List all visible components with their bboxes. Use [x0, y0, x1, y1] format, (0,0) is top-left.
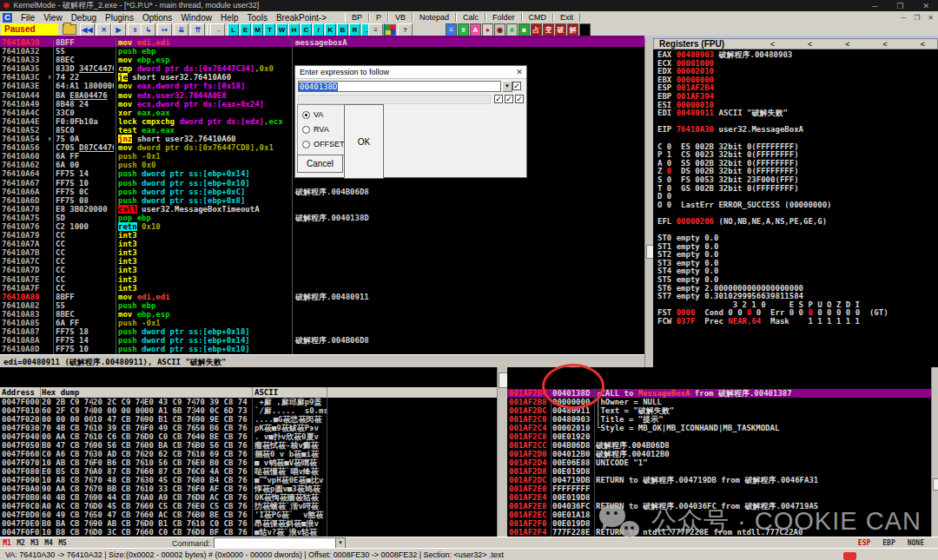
- menu-item-window[interactable]: Window: [176, 13, 216, 23]
- step-button[interactable]: ↳: [141, 23, 155, 36]
- menu-item-help[interactable]: Help: [216, 13, 243, 23]
- hexdump-row[interactable]: 0047F0E0B0 BA CB 7690 AB CB 76D0 B1 CB 7…: [0, 519, 497, 528]
- hexdump-row[interactable]: 0047F050B0 47 CB 7690 56 CB 7600 BA CB 7…: [0, 441, 497, 450]
- menu-item-view[interactable]: View: [39, 13, 67, 23]
- stack-row[interactable]: 001AF2E0FFFFFFFF: [507, 484, 931, 493]
- pane-button-L[interactable]: L: [228, 23, 239, 36]
- register-line[interactable]: FCW 037F Prec NEAR,64 Mask 1 1 1 1 1 1: [657, 318, 938, 326]
- follow-flag-ebp[interactable]: EBP: [882, 539, 895, 547]
- memory-tab-m4[interactable]: M4: [42, 539, 56, 547]
- disasm-row[interactable]: 76410A67FF75 10push dword ptr ss:[ebp+0x…: [0, 179, 644, 188]
- stack-row[interactable]: 001AF2C400002010└Style = MB_OK|MB_ICONHA…: [507, 424, 931, 432]
- disasm-row[interactable]: 76410A338BECmov ebp,esp: [0, 56, 644, 64]
- disasm-row[interactable]: 76410A7CCCint3: [0, 257, 644, 266]
- quick-button-calc[interactable]: Calc: [456, 13, 486, 22]
- mdi-minimize-icon[interactable]: ─: [901, 14, 906, 22]
- collapse-chevron-icon[interactable]: <: [921, 40, 925, 49]
- stack-row[interactable]: 001AF2E400E019D8: [507, 493, 931, 502]
- hexdump-row[interactable]: 0047F02000 00 00 0010 47 CB 7690 B1 CB 7…: [0, 415, 497, 424]
- memory-tab-m3[interactable]: M3: [28, 539, 42, 547]
- plugin-button-1[interactable]: ‖: [458, 23, 469, 36]
- quick-button-p[interactable]: P: [369, 13, 388, 22]
- disasm-row[interactable]: 76410A7ACCint3: [0, 240, 644, 248]
- radio-offset-icon[interactable]: [302, 141, 310, 148]
- expression-dropdown-icon[interactable]: ▼: [502, 81, 512, 92]
- collapse-chevron-icon[interactable]: <: [882, 40, 887, 49]
- goto-button[interactable]: →: [210, 23, 225, 36]
- pane-button-R[interactable]: R: [349, 23, 360, 36]
- menu-item-breakpoint[interactable]: BreakPoint->: [272, 13, 331, 23]
- quick-button-bp[interactable]: BP: [345, 13, 369, 22]
- collapse-chevron-icon[interactable]: <: [808, 40, 812, 49]
- follow-flag-none[interactable]: NONE: [908, 539, 924, 547]
- hexdump-row[interactable]: 0047F07010 AB CB 76F0 B6 CB 7610 56 CB 7…: [0, 458, 497, 467]
- disasm-row[interactable]: 76410A7ECCint3: [0, 275, 644, 284]
- disasm-row[interactable]: 76410A76C2 1000retn 0x10: [0, 222, 644, 231]
- dialog-close-icon[interactable]: ✕: [512, 68, 526, 76]
- plugin-button-10[interactable]: 解: [567, 23, 578, 36]
- menu-item-plugins[interactable]: Plugins: [101, 13, 138, 23]
- quick-button-exit[interactable]: Exit: [553, 13, 580, 22]
- stack-row[interactable]: 001AF2C000480903│Title = "提示": [507, 415, 931, 424]
- hexdump-row[interactable]: 0047F00020 2B C9 7420 2C C9 74E0 43 C9 7…: [0, 398, 497, 406]
- plugin-button-11[interactable]: [579, 23, 591, 36]
- stack-row[interactable]: 001AF2DC004719DBRETURN to 破解程序.004719DB …: [507, 476, 931, 484]
- close-icon[interactable]: ✕: [922, 2, 929, 10]
- plugin-button-9[interactable]: 破: [555, 23, 566, 36]
- pane-button-W[interactable]: W: [276, 23, 287, 36]
- minimize-icon[interactable]: ─: [872, 2, 877, 10]
- plugin-button-2[interactable]: A: [470, 23, 481, 36]
- pane-button-E[interactable]: E: [240, 23, 251, 36]
- stack-scrollbar[interactable]: [931, 367, 938, 537]
- radio-va-icon[interactable]: [302, 111, 310, 119]
- open-file-icon[interactable]: [63, 24, 76, 35]
- appearance-icon[interactable]: [385, 24, 396, 36]
- menu-item-options[interactable]: Options: [138, 13, 176, 23]
- disasm-row[interactable]: 76410A70E8 3B020000call user32.MessageBo…: [0, 205, 644, 214]
- secondary-input[interactable]: [298, 95, 491, 104]
- hexdump-row[interactable]: 0047F03070 4B CB 7610 39 CB 76F0 49 CB 7…: [0, 424, 497, 432]
- cancel-button[interactable]: Cancel: [297, 155, 343, 173]
- disasm-row[interactable]: 76410A755Dpop ebp破解程序.0040138D: [0, 214, 644, 222]
- option-checkbox-3[interactable]: ✓: [505, 95, 513, 103]
- maximize-icon[interactable]: ❐: [896, 2, 903, 10]
- dialog-titlebar[interactable]: Enter expression to follow ✕: [295, 66, 526, 79]
- follow-flag-esp[interactable]: ESP: [858, 539, 870, 547]
- radio-offset[interactable]: OFFSET: [302, 140, 345, 148]
- pane-button-C[interactable]: C: [301, 23, 312, 36]
- disasm-row[interactable]: 76410A3255push ebp: [0, 47, 644, 56]
- option-checkbox-2[interactable]: ✓: [494, 95, 503, 103]
- hexdump-row[interactable]: 0047F09010 A8 CB 7670 48 CB 7630 45 CB 7…: [0, 476, 497, 484]
- step-button[interactable]: ⇈: [190, 23, 205, 36]
- pane-button-H[interactable]: H: [288, 23, 300, 36]
- memory-tab-m2[interactable]: M2: [14, 539, 28, 547]
- register-line[interactable]: T 0 GS 002B 32bit 0(FFFFFFFF): [657, 185, 938, 194]
- pane-button-x[interactable]: /: [313, 23, 324, 36]
- plugin-button-6[interactable]: ■: [519, 23, 530, 36]
- step-button[interactable]: ⇊: [174, 23, 188, 36]
- hexdump-row[interactable]: 0047F0F010 B8 CB 76D0 3C CB 7660 C0 CB 7…: [0, 528, 497, 537]
- disasm-row[interactable]: 76410A8DFF75 10push dword ptr ss:[ebp+0x…: [0, 345, 644, 353]
- command-dropdown-icon[interactable]: ▼: [335, 538, 345, 548]
- pane-button-M[interactable]: M: [252, 23, 263, 36]
- hexdump-col-hex[interactable]: Hex dump: [42, 388, 79, 397]
- menu-item-debug[interactable]: Debug: [67, 13, 101, 23]
- quick-button-notepad[interactable]: Notepad: [413, 13, 456, 22]
- radio-va[interactable]: VA: [302, 110, 323, 119]
- collapse-chevron-icon[interactable]: <: [770, 40, 775, 49]
- radio-rva[interactable]: RVA: [302, 125, 329, 134]
- stack-row[interactable]: 001AF2D0004012B0破解程序.004012B0: [507, 450, 931, 458]
- register-line[interactable]: EDI 00480911 ASCII "破解失败": [657, 109, 938, 118]
- plugin-button-0[interactable]: ≡: [446, 23, 457, 36]
- pane-button-B[interactable]: B: [337, 23, 348, 36]
- disasm-row[interactable]: 76410A7FCCint3: [0, 284, 644, 293]
- plugin-button-7[interactable]: 占: [531, 23, 542, 36]
- hexdump-row[interactable]: 0047F060C0 A6 CB 7630 AD CB 7620 62 CB 7…: [0, 450, 497, 458]
- quick-button-vb[interactable]: VB: [388, 13, 413, 22]
- step-button[interactable]: ↦: [157, 23, 172, 36]
- pane-button-K[interactable]: K: [325, 23, 336, 36]
- ok-button[interactable]: OK: [344, 104, 384, 179]
- expression-input[interactable]: 0040138D: [298, 81, 501, 92]
- system-menu-icon[interactable]: C: [3, 13, 12, 23]
- disasm-row[interactable]: 76410A8AFF75 14push dword ptr ss:[ebp+0x…: [0, 336, 644, 345]
